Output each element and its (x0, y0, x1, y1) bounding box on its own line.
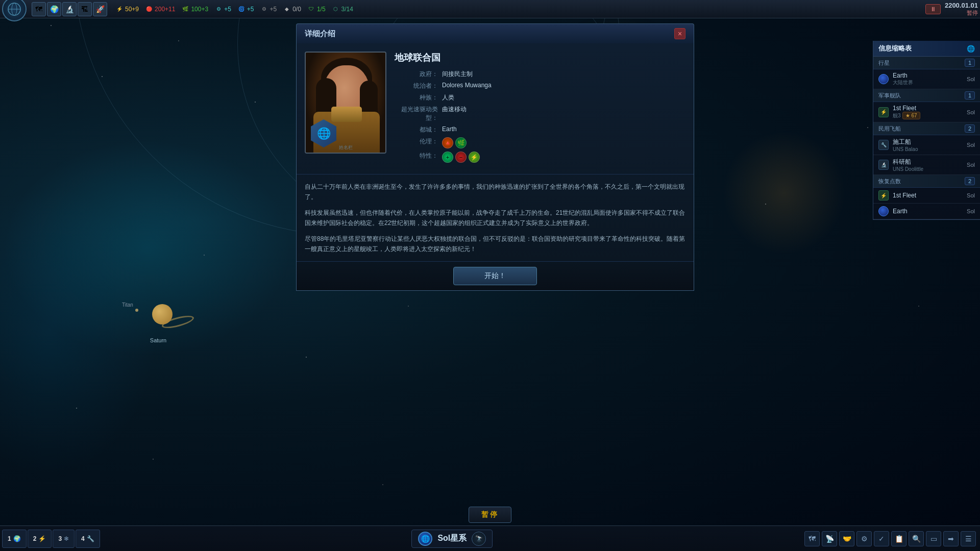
construction-ship-icon: 🔧 (878, 140, 889, 150)
fleet-power-value: 1/5 (317, 6, 326, 13)
fleet-power-value: 67 (912, 113, 917, 118)
energy-resource: ⚡ 50+9 (115, 5, 139, 13)
science-ship-type: 科研船 (893, 158, 923, 166)
food-resource: 🌿 100+3 (181, 5, 208, 13)
food-value: 100+3 (191, 6, 208, 13)
globe-filter-icon[interactable]: 🌐 (967, 45, 975, 53)
saturn-planet[interactable] (152, 304, 173, 324)
bottom-tab-1[interactable]: 1 🌍 (2, 530, 27, 548)
tab-1-num: 1 (8, 535, 11, 542)
bottom-tab-3[interactable]: 3 ❄ (53, 530, 75, 548)
titan-label: Titan (122, 302, 133, 308)
system-globe-icon[interactable]: 🌐 (418, 532, 432, 546)
alloy-resource: ⬡ 3/14 (332, 5, 353, 13)
faction-info: 地球联合国 政府： 间接民主制 统治者： Dolores Muwanga 种族：… (395, 52, 685, 166)
earth-info: Earth 大陆世界 (893, 72, 913, 86)
menu-icon[interactable]: ☰ (961, 531, 976, 546)
toolbar-ship-icon[interactable]: 🚀 (93, 2, 107, 16)
top-toolbar: 🗺 🌍 🔬 🏗 🚀 ⚡ 50+9 🔴 200+11 🌿 100+3 ⚙ +5 🌀… (0, 0, 980, 18)
unity-icon: 🌀 (237, 5, 246, 13)
layout-icon[interactable]: ▭ (926, 531, 941, 546)
fleet-name: 1st Fleet (893, 105, 920, 112)
recovery-fleet-location: Sol (967, 192, 975, 198)
tech-icon: ⚙ (214, 5, 223, 13)
fleet-ship-count: 舰3 (893, 112, 901, 119)
alloy-icon: ⬡ (332, 5, 340, 13)
toolbar-map-icon[interactable]: 🗺 (32, 2, 46, 16)
start-button[interactable]: 开始！ (453, 267, 537, 285)
settings-icon[interactable]: ⚙ (856, 531, 872, 546)
saturn-label: Saturn (150, 337, 166, 343)
system-lens-icon[interactable]: 🔭 (472, 532, 486, 546)
ftl-row: 超光速驱动类型： 曲速移动 (395, 105, 685, 122)
tab-1-icon: 🌍 (13, 535, 21, 542)
info-panel-header: 信息缩略表 🌐 (873, 41, 980, 57)
recovery-count: 2 (965, 177, 975, 185)
science-ship-icon: 🔬 (878, 160, 889, 170)
species-label: 种族： (395, 93, 438, 102)
recovery-earth-name: Earth (893, 208, 908, 215)
minerals-value: 200+11 (155, 6, 175, 13)
bottom-tabs: 1 🌍 2 ⚡ 3 ❄ 4 🔧 (2, 526, 100, 551)
recovery-fleet-item[interactable]: ⚡ 1st Fleet Sol (873, 188, 980, 204)
earth-planet-item[interactable]: Earth 大陆世界 Sol (873, 69, 980, 89)
ethics-row: 伦理： 🔺 🌿 (395, 137, 685, 148)
empire-size-icon: ◆ (283, 5, 291, 13)
ethic-authoritarian-icon: 🔺 (442, 137, 453, 148)
traits-icons-container: + − ⚡ (442, 152, 480, 163)
bottom-tab-4[interactable]: 4 🔧 (76, 530, 100, 548)
civil-ships-label: 民用飞船 (878, 125, 901, 133)
tab-3-num: 3 (58, 535, 62, 542)
species-row: 种族： 人类 (395, 93, 685, 102)
faction-card: 🌐 姓名栏 地球联合国 政府： 间接民主制 统治者： Dolores Muwan… (296, 43, 694, 291)
ethics-label: 伦理： (395, 137, 438, 146)
faction-portrait: 🌐 姓名栏 (305, 52, 386, 154)
traits-label: 特性： (395, 152, 438, 160)
tab-4-icon: 🔧 (87, 535, 94, 542)
pause-button[interactable]: ⏸ (925, 4, 941, 14)
diplomacy-icon[interactable]: 🤝 (839, 531, 854, 546)
empire-logo[interactable] (2, 0, 27, 21)
capital-label: 都城： (395, 126, 438, 134)
earth-name: Earth (893, 72, 913, 79)
fleet-power-icon: 🛡 (307, 5, 315, 13)
construction-ship-type: 施工船 (893, 138, 918, 146)
dialog-close-button[interactable]: × (674, 28, 685, 39)
zoom-icon[interactable]: 🔍 (909, 531, 924, 546)
earth-type: 大陆世界 (893, 79, 913, 86)
view-icon[interactable]: 📋 (891, 531, 906, 546)
trait-quick-icon: ⚡ (469, 152, 480, 163)
toolbar-planets-icon[interactable]: 🌍 (47, 2, 61, 16)
toolbar-icons: 🗺 🌍 🔬 🏗 🚀 (32, 2, 107, 16)
fleet-power-badge: ★ 67 (902, 112, 920, 119)
civil-ships-section-header: 民用飞船 2 (873, 122, 980, 135)
trait-nonadaptive-icon: − (455, 152, 467, 163)
alloy-value: 3/14 (341, 6, 353, 13)
recovery-earth-item[interactable]: Earth Sol (873, 204, 980, 219)
contacts-icon[interactable]: 📡 (822, 531, 837, 546)
faction-desc-para-3: 尽管88年的毛里塔尼亚警察行动让某些人厌恶大权独揽的联合国，但不可反驳的是：联合… (305, 234, 685, 255)
recovery-earth-location: Sol (967, 208, 975, 214)
minimap-icon[interactable]: 🗺 (804, 531, 820, 546)
titan-dot[interactable] (135, 309, 138, 312)
gov-label: 政府： (395, 70, 438, 79)
start-button-container: 开始！ (297, 262, 694, 290)
arrow-icon[interactable]: ➡ (943, 531, 959, 546)
faction-name: 地球联合国 (395, 52, 685, 64)
tick-icon[interactable]: ✓ (874, 531, 889, 546)
science-ship-info: 科研船 UNS Doolittle (893, 158, 923, 172)
fleet-item[interactable]: ⚡ 1st Fleet 舰3 ★ 67 Sol (873, 102, 980, 122)
science-ship-item[interactable]: 🔬 科研船 UNS Doolittle Sol (873, 155, 980, 175)
toolbar-build-icon[interactable]: 🏗 (78, 2, 92, 16)
tech-resource: ⚙ +5 (214, 5, 231, 13)
bottom-tab-2[interactable]: 2 ⚡ (28, 530, 52, 548)
science-ship-location: Sol (967, 162, 975, 168)
construction-ship-item[interactable]: 🔧 施工船 UNS Balao Sol (873, 135, 980, 155)
game-date: 2200.01.01 (945, 2, 978, 9)
planets-section-label: 行星 (878, 59, 890, 67)
system-name-bar: 🌐 Sol星系 🔭 (411, 530, 493, 548)
capital-row: 都城： Earth (395, 126, 685, 134)
toolbar-tech-icon[interactable]: 🔬 (62, 2, 77, 16)
system-display: 🌐 Sol星系 🔭 (100, 530, 804, 548)
unity-resource: 🌀 +5 (237, 5, 254, 13)
